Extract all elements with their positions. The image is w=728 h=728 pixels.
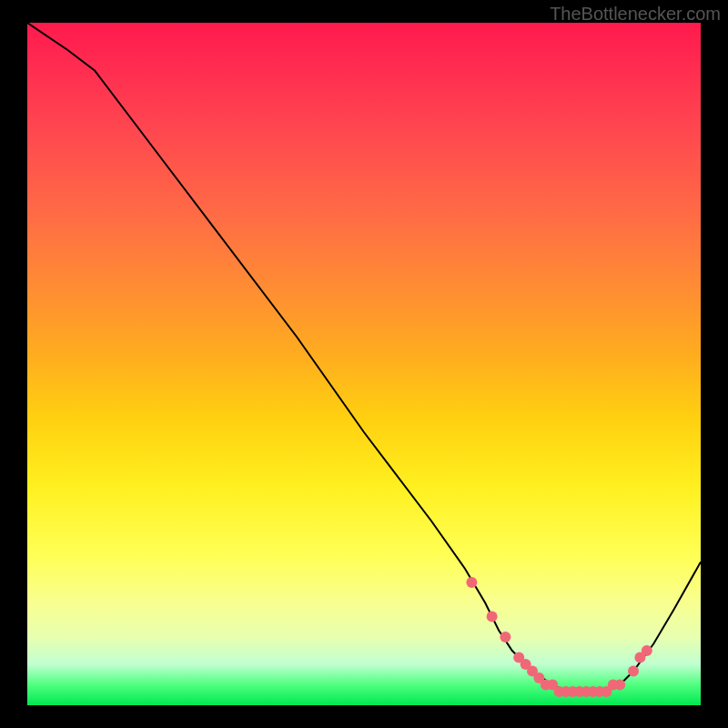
attribution-text: TheBottlenecker.com [550,4,721,25]
curve-marker [614,680,625,691]
curve-marker [500,632,511,642]
curve-marker [466,577,477,588]
chart-svg [27,23,701,705]
bottleneck-curve-line [27,23,701,692]
curve-marker [487,612,498,622]
curve-marker [642,645,652,656]
chart-plot-area [27,23,701,705]
curve-marker [628,666,639,677]
